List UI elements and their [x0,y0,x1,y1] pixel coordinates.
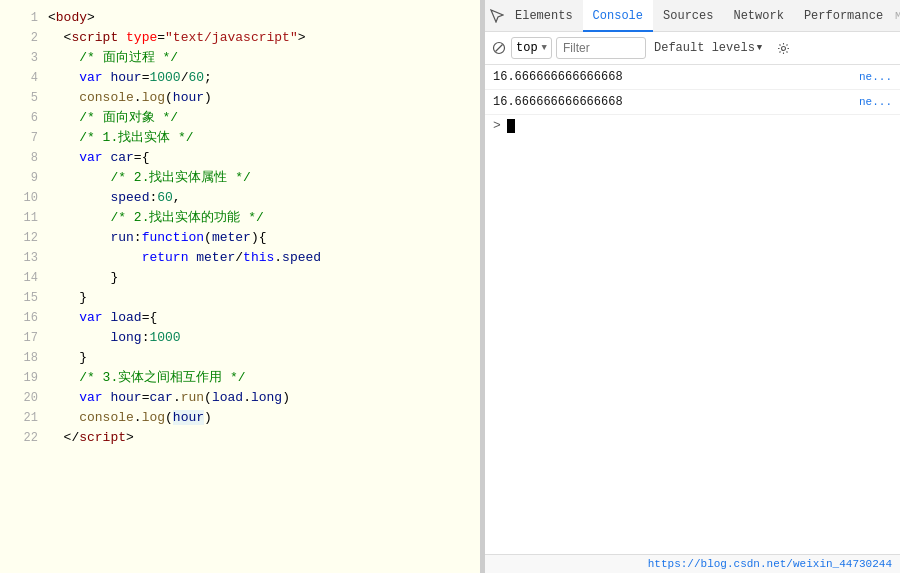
code-line: 3 /* 面向过程 */ [0,48,480,68]
tab-elements[interactable]: Elements [505,0,583,32]
code-content: long:1000 [48,328,472,348]
tab-network[interactable]: Network [723,0,793,32]
line-number: 6 [8,108,38,128]
line-number: 21 [8,408,38,428]
top-context-label: top [516,41,538,55]
code-line: 11 /* 2.找出实体的功能 */ [0,208,480,228]
line-number: 5 [8,88,38,108]
code-content: var load={ [48,308,472,328]
line-number: 14 [8,268,38,288]
code-content: /* 2.找出实体属性 */ [48,168,472,188]
console-filter-input[interactable] [556,37,646,59]
console-prompt-icon: > [493,118,501,133]
code-content: } [48,288,472,308]
tab-sources[interactable]: Sources [653,0,723,32]
devtools-panel: ElementsConsoleSourcesNetworkPerformance… [484,0,900,573]
console-output: 16.666666666666668 ne... 16.666666666666… [485,65,900,554]
line-number: 1 [8,8,38,28]
line-number: 7 [8,128,38,148]
code-content: /* 2.找出实体的功能 */ [48,208,472,228]
levels-chevron-icon: ▼ [757,43,762,53]
devtools-footer-url[interactable]: https://blog.csdn.net/weixin_44730244 [485,554,900,573]
code-line: 13 return meter/this.speed [0,248,480,268]
top-context-selector[interactable]: top ▼ [511,37,552,59]
code-content: return meter/this.speed [48,248,472,268]
code-content: /* 1.找出实体 */ [48,128,472,148]
console-entry: 16.666666666666668 ne... [485,65,900,90]
console-cursor [507,119,515,133]
code-content: run:function(meter){ [48,228,472,248]
code-line: 19 /* 3.实体之间相互作用 */ [0,368,480,388]
line-number: 17 [8,328,38,348]
line-number: 9 [8,168,38,188]
line-number: 22 [8,428,38,448]
inspect-icon[interactable] [490,4,504,28]
code-line: 5 console.log(hour) [0,88,480,108]
console-input-line[interactable]: > [485,115,900,136]
code-content: <script type="text/javascript"> [48,28,472,48]
tab-performance[interactable]: Performance [794,0,893,32]
line-number: 16 [8,308,38,328]
line-number: 19 [8,368,38,388]
line-number: 2 [8,28,38,48]
line-number: 10 [8,188,38,208]
settings-icon[interactable] [771,36,795,60]
code-line: 22 </script> [0,428,480,448]
chevron-down-icon: ▼ [542,43,547,53]
code-line: 10 speed:60, [0,188,480,208]
code-line: 4 var hour=1000/60; [0,68,480,88]
line-number: 18 [8,348,38,368]
code-line: 6 /* 面向对象 */ [0,108,480,128]
code-content: } [48,268,472,288]
console-source-link[interactable]: ne... [859,93,892,111]
code-line: 1<body> [0,8,480,28]
svg-line-1 [496,45,503,52]
code-line: 9 /* 2.找出实体属性 */ [0,168,480,188]
line-number: 8 [8,148,38,168]
code-content: var car={ [48,148,472,168]
code-line: 2 <script type="text/javascript"> [0,28,480,48]
code-content: console.log(hour) [48,408,472,428]
console-value: 16.666666666666668 [493,68,851,86]
footer-url-text: https://blog.csdn.net/weixin_44730244 [648,558,892,570]
line-number: 15 [8,288,38,308]
code-content: var hour=1000/60; [48,68,472,88]
code-editor: 1<body>2 <script type="text/javascript">… [0,0,480,573]
console-entry: 16.666666666666668 ne... [485,90,900,115]
code-line: 16 var load={ [0,308,480,328]
code-content: <body> [48,8,472,28]
code-content: </script> [48,428,472,448]
svg-point-2 [781,46,785,50]
devtools-tabs: ElementsConsoleSourcesNetworkPerformance… [485,0,900,32]
line-number: 12 [8,228,38,248]
code-content: /* 3.实体之间相互作用 */ [48,368,472,388]
code-line: 15 } [0,288,480,308]
clear-console-icon[interactable] [491,40,507,56]
default-levels-button[interactable]: Default levels ▼ [650,37,766,59]
tab-console[interactable]: Console [583,0,653,32]
code-line: 8 var car={ [0,148,480,168]
line-number: 3 [8,48,38,68]
line-number: 20 [8,388,38,408]
code-line: 20 var hour=car.run(load.long) [0,388,480,408]
code-line: 18 } [0,348,480,368]
line-number: 4 [8,68,38,88]
code-line: 7 /* 1.找出实体 */ [0,128,480,148]
code-content: speed:60, [48,188,472,208]
line-number: 11 [8,208,38,228]
code-content: /* 面向对象 */ [48,108,472,128]
default-levels-label: Default levels [654,41,755,55]
code-line: 21 console.log(hour) [0,408,480,428]
console-toolbar: top ▼ Default levels ▼ [485,32,900,65]
code-line: 12 run:function(meter){ [0,228,480,248]
code-content: console.log(hour) [48,88,472,108]
code-content: } [48,348,472,368]
console-value: 16.666666666666668 [493,93,851,111]
code-line: 17 long:1000 [0,328,480,348]
console-source-link[interactable]: ne... [859,68,892,86]
code-line: 14 } [0,268,480,288]
line-number: 13 [8,248,38,268]
code-content: var hour=car.run(load.long) [48,388,472,408]
code-content: /* 面向过程 */ [48,48,472,68]
